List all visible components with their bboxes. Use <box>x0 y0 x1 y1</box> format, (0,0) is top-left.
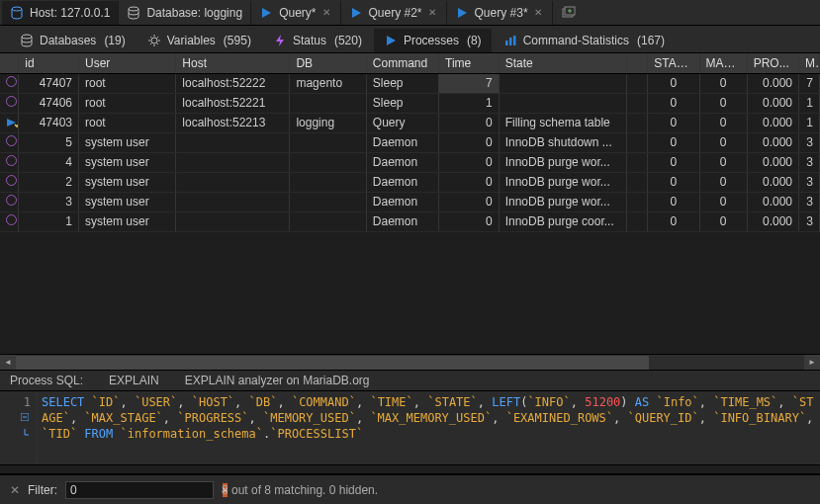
idle-row-icon <box>6 195 17 206</box>
cell-host: localhost:52213 <box>176 113 290 132</box>
cell-spacer <box>627 113 648 132</box>
cell-id: 4 <box>19 152 79 172</box>
fold-icon[interactable] <box>21 413 31 423</box>
table-row[interactable]: 47407rootlocalhost:52222magentoSleep7000… <box>0 73 820 93</box>
scroll-track[interactable] <box>16 356 804 370</box>
filter-bar: ✕ Filter: × 8 out of 8 matching. 0 hidde… <box>0 474 820 504</box>
cell-user: system user <box>79 172 176 192</box>
subtab-databases[interactable]: Databases(19) <box>10 28 136 51</box>
cell-progress: 0.000 <box>747 192 798 211</box>
close-icon[interactable]: ✕ <box>428 8 438 18</box>
cell-user: root <box>79 73 176 93</box>
cell-host <box>176 132 290 152</box>
cell-last: 1 <box>799 113 820 132</box>
subtab-stats[interactable]: Command-Statistics(167) <box>494 28 675 51</box>
tab-host[interactable]: Host: 127.0.0.1 <box>2 1 119 25</box>
column-header[interactable]: State <box>499 53 627 73</box>
chart-icon <box>503 34 517 47</box>
cell-user: system user <box>79 152 176 172</box>
table-row[interactable]: 4system userDaemon0InnoDB purge wor...00… <box>0 152 820 172</box>
column-header[interactable]: id <box>19 53 79 73</box>
cell-state: InnoDB purge wor... <box>499 152 627 172</box>
cell-max: 0 <box>699 113 747 132</box>
column-header[interactable]: PRO... <box>747 53 798 73</box>
sql-code[interactable]: SELECT `ID`, `USER`, `HOST`, `DB`, `COMM… <box>38 391 820 464</box>
filter-input[interactable] <box>66 483 223 497</box>
table-row[interactable]: 47403rootlocalhost:52213loggingQuery0Fil… <box>0 113 820 132</box>
cell-state: InnoDB purge wor... <box>499 172 627 192</box>
svg-rect-8 <box>513 36 516 45</box>
table-row[interactable]: 3system userDaemon0InnoDB purge wor...00… <box>0 192 820 211</box>
cell-time: 0 <box>439 113 500 132</box>
cell-state: Filling schema table <box>499 113 627 132</box>
cell-spacer <box>627 132 648 152</box>
column-header[interactable]: Command <box>366 53 438 73</box>
play-icon <box>455 6 469 20</box>
tab-q3[interactable]: Query #3*✕ <box>447 1 553 25</box>
column-header[interactable]: DB <box>290 53 366 73</box>
cell-time: 1 <box>439 93 500 113</box>
table-row[interactable]: 1system userDaemon0InnoDB purge coor...0… <box>0 211 820 231</box>
close-icon[interactable]: ✕ <box>322 8 332 18</box>
tab-label: Host: 127.0.0.1 <box>30 6 110 20</box>
table-header-row: idUserHostDBCommandTimeStateSTAGEMAX...P… <box>0 53 820 73</box>
sql-gutter: 1 <box>0 391 38 464</box>
column-header[interactable]: MAX... <box>699 53 747 73</box>
idle-row-icon <box>6 96 17 107</box>
cell-id: 47406 <box>19 93 79 113</box>
play-icon <box>349 6 363 20</box>
cell-stage: 0 <box>648 93 699 113</box>
column-header[interactable]: Host <box>176 53 290 73</box>
explain-link[interactable]: EXPLAIN <box>109 374 159 387</box>
splitter[interactable] <box>0 464 820 474</box>
tab-q1[interactable]: Query*✕ <box>251 1 340 25</box>
cell-spacer <box>627 192 648 211</box>
cell-time: 0 <box>439 132 500 152</box>
cell-user: root <box>79 113 176 132</box>
cell-id: 47403 <box>19 113 79 132</box>
cell-spacer <box>627 152 648 172</box>
cell-state <box>499 73 627 93</box>
close-filter-icon[interactable]: ✕ <box>10 483 20 497</box>
scroll-left-button[interactable]: ◄ <box>0 355 16 371</box>
database-icon <box>127 6 140 20</box>
tab-db[interactable]: Database: logging <box>119 1 251 25</box>
column-header[interactable]: M <box>799 53 820 73</box>
cell-user: root <box>79 93 176 113</box>
sql-editor[interactable]: 1 SELECT `ID`, `USER`, `HOST`, `DB`, `CO… <box>0 391 820 464</box>
cell-last: 3 <box>799 132 820 152</box>
cell-time: 7 <box>439 73 500 93</box>
svg-point-0 <box>12 7 22 11</box>
scroll-thumb[interactable] <box>16 356 649 370</box>
scroll-right-button[interactable]: ► <box>804 355 820 371</box>
subtab-count: (19) <box>104 34 125 47</box>
grid-scroll[interactable]: idUserHostDBCommandTimeStateSTAGEMAX...P… <box>0 53 820 354</box>
gear-icon <box>147 34 161 47</box>
horizontal-scrollbar[interactable]: ◄ ► <box>0 354 820 370</box>
table-row[interactable]: 5system userDaemon0InnoDB shutdown ...00… <box>0 132 820 152</box>
subtab-status[interactable]: Status(520) <box>263 28 372 51</box>
table-row[interactable]: 2system userDaemon0InnoDB purge wor...00… <box>0 172 820 192</box>
filter-label: Filter: <box>28 483 57 497</box>
subtab-variables[interactable]: Variables(595) <box>137 28 261 51</box>
tab-q2[interactable]: Query #2*✕ <box>341 1 447 25</box>
tab-label: Query #3* <box>475 6 528 20</box>
cell-db: logging <box>290 113 366 132</box>
cell-stage: 0 <box>648 73 699 93</box>
column-header[interactable]: Time <box>439 53 500 73</box>
subtab-processes[interactable]: Processes(8) <box>374 29 492 52</box>
svg-rect-7 <box>509 38 512 45</box>
svg-rect-6 <box>505 41 508 45</box>
column-header[interactable]: User <box>79 53 176 73</box>
explain-analyzer-link[interactable]: EXPLAIN analyzer on MariaDB.org <box>185 374 370 387</box>
new-tab-button[interactable] <box>559 3 579 23</box>
column-header[interactable] <box>0 53 19 73</box>
column-header[interactable] <box>627 53 648 73</box>
column-header[interactable]: STAGE <box>648 53 699 73</box>
table-row[interactable]: 47406rootlocalhost:52221Sleep1000.0001 <box>0 93 820 113</box>
close-icon[interactable]: ✕ <box>534 8 544 18</box>
cell-progress: 0.000 <box>747 113 798 132</box>
cell-stage: 0 <box>648 211 699 231</box>
cell-progress: 0.000 <box>747 172 798 192</box>
subtab-label: Variables <box>167 34 216 47</box>
